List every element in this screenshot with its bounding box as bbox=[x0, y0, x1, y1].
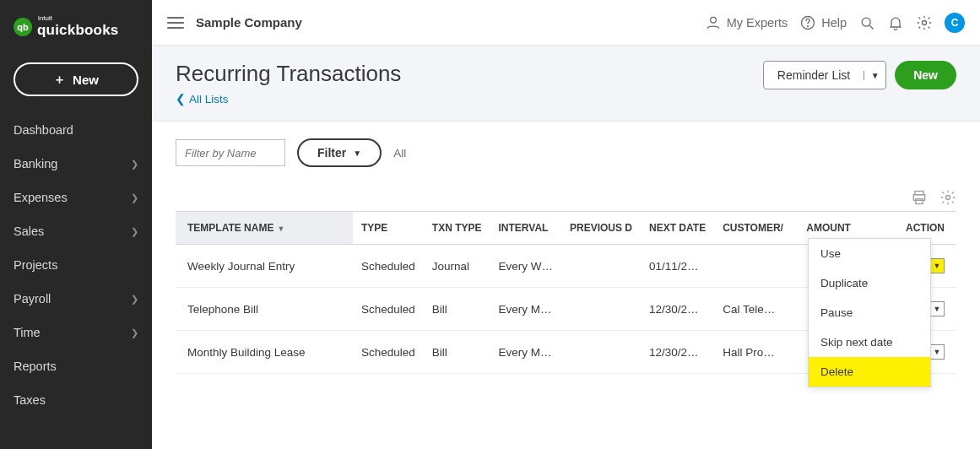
col-previous[interactable]: PREVIOUS D bbox=[561, 212, 641, 245]
chevron-right-icon: ❯ bbox=[131, 327, 138, 338]
cell-prev bbox=[561, 288, 641, 331]
svg-line-4 bbox=[869, 25, 873, 29]
reminder-list-button[interactable]: Reminder List ▼ bbox=[763, 61, 886, 89]
cell-cust: Cal Tele… bbox=[714, 288, 792, 331]
chevron-right-icon: ❯ bbox=[131, 226, 138, 237]
sidebar-item-label: Projects bbox=[14, 258, 57, 272]
chevron-right-icon: ❯ bbox=[131, 294, 138, 305]
sidebar-item-label: Dashboard bbox=[14, 123, 73, 137]
sidebar-item-expenses[interactable]: Expenses❯ bbox=[0, 181, 152, 214]
topbar: Sample Company My Experts Help C bbox=[152, 0, 980, 46]
cell-prev bbox=[561, 331, 641, 374]
sidebar-item-banking[interactable]: Banking❯ bbox=[0, 147, 152, 181]
cell-next: 01/11/2… bbox=[641, 245, 714, 288]
help-icon bbox=[799, 14, 816, 31]
cell-template: Weekly Journal Entry bbox=[176, 245, 353, 288]
svg-rect-8 bbox=[916, 199, 923, 204]
cell-type: Scheduled bbox=[353, 331, 424, 374]
svg-point-0 bbox=[710, 17, 716, 23]
cell-type: Scheduled bbox=[353, 288, 424, 331]
sidebar-item-label: Sales bbox=[14, 224, 44, 238]
filter-button[interactable]: Filter ▼ bbox=[297, 138, 382, 167]
company-name[interactable]: Sample Company bbox=[196, 15, 302, 30]
col-next[interactable]: NEXT DATE bbox=[641, 212, 714, 245]
col-type[interactable]: TYPE bbox=[353, 212, 424, 245]
chevron-right-icon: ❯ bbox=[131, 159, 138, 170]
sidebar-item-taxes[interactable]: Taxes bbox=[0, 383, 152, 417]
cell-txn: Bill bbox=[424, 331, 490, 374]
new-transaction-button[interactable]: New bbox=[895, 61, 956, 89]
cell-txn: Journal bbox=[424, 245, 490, 288]
filter-bar: Filter ▼ All bbox=[176, 138, 956, 167]
brand-logo[interactable]: qb intuit quickbooks bbox=[0, 8, 152, 51]
page-header: Recurring Transactions ❮ All Lists Remin… bbox=[152, 46, 980, 122]
sidebar: qb intuit quickbooks ＋ New DashboardBank… bbox=[0, 0, 152, 449]
col-interval[interactable]: INTERVAL bbox=[490, 212, 562, 245]
my-experts-link[interactable]: My Experts bbox=[705, 14, 788, 31]
help-label: Help bbox=[821, 16, 847, 30]
sidebar-item-label: Payroll bbox=[14, 292, 51, 306]
col-customer[interactable]: CUSTOMER/ bbox=[714, 212, 792, 245]
gear-icon[interactable] bbox=[916, 14, 933, 31]
new-button-label: New bbox=[73, 73, 99, 87]
page-title: Recurring Transactions bbox=[176, 61, 401, 87]
help-link[interactable]: Help bbox=[799, 14, 847, 31]
chevron-left-icon: ❮ bbox=[176, 92, 186, 105]
sidebar-item-sales[interactable]: Sales❯ bbox=[0, 214, 152, 248]
col-txn-type[interactable]: TXN TYPE bbox=[424, 212, 490, 245]
logo-subtext: intuit bbox=[37, 15, 118, 22]
svg-point-5 bbox=[923, 20, 927, 24]
menu-item-pause[interactable]: Pause bbox=[809, 298, 930, 327]
menu-item-delete[interactable]: Delete bbox=[809, 357, 930, 387]
sidebar-item-time[interactable]: Time❯ bbox=[0, 316, 152, 349]
cell-type: Scheduled bbox=[353, 245, 424, 288]
filter-name-input[interactable] bbox=[176, 139, 285, 166]
bell-icon[interactable] bbox=[887, 14, 904, 31]
sidebar-item-projects[interactable]: Projects bbox=[0, 248, 152, 282]
svg-point-2 bbox=[808, 25, 809, 26]
menu-item-skip-next-date[interactable]: Skip next date bbox=[809, 327, 930, 357]
logo-text: quickbooks bbox=[37, 22, 118, 38]
sort-indicator-icon: ▼ bbox=[277, 224, 284, 233]
col-template[interactable]: TEMPLATE NAME▼ bbox=[176, 212, 353, 245]
logo-icon: qb bbox=[14, 18, 32, 36]
avatar[interactable]: C bbox=[945, 13, 965, 33]
cell-interval: Every W… bbox=[490, 245, 562, 288]
reminder-list-dropdown[interactable]: ▼ bbox=[864, 71, 885, 80]
action-dropdown-toggle[interactable]: ▼ bbox=[929, 301, 945, 316]
action-dropdown-menu: UseDuplicatePauseSkip next dateDelete bbox=[808, 238, 931, 387]
sidebar-item-label: Time bbox=[14, 326, 41, 339]
new-button[interactable]: ＋ New bbox=[14, 62, 138, 96]
cell-next: 12/30/2… bbox=[641, 331, 714, 374]
sidebar-item-label: Banking bbox=[14, 157, 57, 170]
nav-list: DashboardBanking❯Expenses❯Sales❯Projects… bbox=[0, 113, 152, 417]
cell-prev bbox=[561, 245, 641, 288]
sidebar-item-payroll[interactable]: Payroll❯ bbox=[0, 282, 152, 316]
settings-icon[interactable] bbox=[939, 189, 956, 206]
cell-interval: Every M… bbox=[490, 288, 562, 331]
action-dropdown-toggle[interactable]: ▼ bbox=[929, 344, 945, 360]
cell-template: Telephone Bill bbox=[176, 288, 353, 331]
action-dropdown-toggle[interactable]: ▼ bbox=[929, 258, 945, 273]
sidebar-item-label: Reports bbox=[14, 360, 57, 373]
sidebar-item-label: Expenses bbox=[14, 191, 68, 204]
sidebar-item-dashboard[interactable]: Dashboard bbox=[0, 113, 152, 147]
back-link[interactable]: ❮ All Lists bbox=[176, 92, 401, 105]
sidebar-item-reports[interactable]: Reports bbox=[0, 349, 152, 383]
person-icon bbox=[705, 14, 722, 31]
hamburger-icon[interactable] bbox=[167, 17, 184, 29]
svg-point-9 bbox=[946, 196, 950, 200]
my-experts-label: My Experts bbox=[727, 16, 788, 30]
chevron-right-icon: ❯ bbox=[131, 192, 138, 203]
reminder-list-label: Reminder List bbox=[764, 68, 864, 82]
print-icon[interactable] bbox=[911, 189, 928, 206]
search-icon[interactable] bbox=[858, 14, 875, 31]
table-tools bbox=[176, 189, 956, 206]
menu-item-duplicate[interactable]: Duplicate bbox=[809, 268, 930, 298]
filter-all[interactable]: All bbox=[393, 147, 406, 160]
menu-item-use[interactable]: Use bbox=[809, 239, 930, 268]
cell-txn: Bill bbox=[424, 288, 490, 331]
cell-cust: Hall Pro… bbox=[714, 331, 792, 374]
cell-next: 12/30/2… bbox=[641, 288, 714, 331]
filter-label: Filter bbox=[317, 146, 346, 160]
